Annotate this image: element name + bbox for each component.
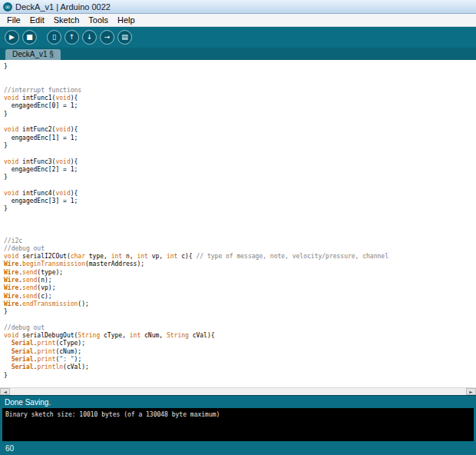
code-line: Serial.print(": "); xyxy=(4,356,476,364)
new-sketch-icon: ▯ xyxy=(52,34,56,41)
console-output: Binary sketch size: 10010 bytes (of a 13… xyxy=(2,408,474,441)
code-line: } xyxy=(4,308,476,316)
code-line xyxy=(4,317,476,324)
code-line: engagedEnc[1] = 1; xyxy=(4,135,476,142)
code-line: } xyxy=(4,142,476,150)
code-line xyxy=(4,150,476,158)
code-editor[interactable]: }//interrupt functionsvoid intFunc1(void… xyxy=(0,60,476,387)
code-line: //debug out xyxy=(4,245,476,253)
menu-item-sketch[interactable]: Sketch xyxy=(49,15,84,25)
code-line: void serialI2COut(char type, int n, int … xyxy=(4,253,476,261)
code-line xyxy=(4,221,476,229)
code-line: } xyxy=(4,63,476,71)
code-line: void intFunc2(void){ xyxy=(4,126,476,134)
new-sketch-button[interactable]: ▯ xyxy=(47,30,61,45)
code-line xyxy=(4,181,476,189)
code-line: //debug out xyxy=(4,324,476,332)
save-icon: ↓ xyxy=(87,34,93,41)
code-line: Serial.print(cNum); xyxy=(4,348,476,356)
upload-icon: → xyxy=(104,34,111,41)
menu-bar: FileEditSketchToolsHelp xyxy=(0,14,476,27)
tab-strip: DeckA_v1 § xyxy=(0,48,476,60)
menu-item-file[interactable]: File xyxy=(2,15,25,25)
code-line xyxy=(4,229,476,237)
title-bar[interactable]: ∞ DeckA_v1 | Arduino 0022 xyxy=(0,0,476,14)
code-line: Wire.send(vp); xyxy=(4,284,476,292)
window-title: DeckA_v1 | Arduino 0022 xyxy=(15,2,111,12)
open-icon: ↑ xyxy=(69,34,75,41)
code-line: //i2c xyxy=(4,237,476,245)
code-line: } xyxy=(4,111,476,118)
toolbar: ▶■▯↑↓→▤ xyxy=(0,27,476,48)
code-line: } xyxy=(4,205,476,213)
stop-button[interactable]: ■ xyxy=(22,30,37,45)
code-line: Serial.println(cVal); xyxy=(4,364,476,371)
code-line: engagedEnc[0] = 1; xyxy=(4,102,476,110)
serial-monitor-button[interactable]: ▤ xyxy=(117,30,132,45)
code-line: Wire.send(type); xyxy=(4,269,476,277)
console-area: Binary sketch size: 10010 bytes (of a 13… xyxy=(0,408,476,441)
arduino-ide-window: ∞ DeckA_v1 | Arduino 0022 FileEditSketch… xyxy=(0,0,476,455)
verify-icon: ▶ xyxy=(9,34,15,41)
stop-icon: ■ xyxy=(26,34,33,41)
code-line xyxy=(4,79,476,87)
code-line: void intFunc3(void){ xyxy=(4,158,476,166)
code-line: Serial.print(cType); xyxy=(4,340,476,347)
upload-button[interactable]: → xyxy=(100,30,114,45)
scroll-left-arrow-icon[interactable]: ◄ xyxy=(0,388,10,395)
code-line: void serialDebugOut(String cType, int cN… xyxy=(4,332,476,340)
code-line xyxy=(4,214,476,221)
tab-decka-v1[interactable]: DeckA_v1 § xyxy=(5,49,61,60)
footer-bar: 60 xyxy=(0,441,476,455)
line-number-indicator: 60 xyxy=(5,444,14,453)
scroll-right-arrow-icon[interactable]: ► xyxy=(466,388,476,395)
h-scrollbar[interactable]: ◄ ► xyxy=(0,387,476,395)
console-line: Binary sketch size: 10010 bytes (of a 13… xyxy=(5,410,471,419)
serial-monitor-icon: ▤ xyxy=(121,34,128,41)
code-line: Wire.beginTransmission(masterAddress); xyxy=(4,261,476,268)
code-line xyxy=(4,118,476,126)
open-button[interactable]: ↑ xyxy=(64,30,79,45)
code-line xyxy=(4,71,476,78)
save-button[interactable]: ↓ xyxy=(82,30,97,45)
code-line: Wire.endTransmission(); xyxy=(4,301,476,308)
code-line: void intFunc4(void){ xyxy=(4,190,476,198)
menu-item-help[interactable]: Help xyxy=(113,15,140,25)
menu-item-edit[interactable]: Edit xyxy=(25,15,49,25)
verify-button[interactable]: ▶ xyxy=(5,30,19,45)
scroll-track[interactable] xyxy=(10,388,466,395)
code-line: engagedEnc[2] = 1; xyxy=(4,166,476,174)
code-line: } xyxy=(4,372,476,380)
code-line: } xyxy=(4,174,476,181)
status-message: Done Saving. xyxy=(5,398,51,407)
code-line: Wire.send(c); xyxy=(4,293,476,301)
code-line: Wire.send(n); xyxy=(4,277,476,284)
code-line: void intFunc1(void){ xyxy=(4,95,476,102)
menu-item-tools[interactable]: Tools xyxy=(84,15,113,25)
code-line: engagedEnc[3] = 1; xyxy=(4,198,476,205)
arduino-app-icon: ∞ xyxy=(3,2,12,12)
status-bar: Done Saving. xyxy=(0,395,476,408)
code-line: //interrupt functions xyxy=(4,87,476,95)
